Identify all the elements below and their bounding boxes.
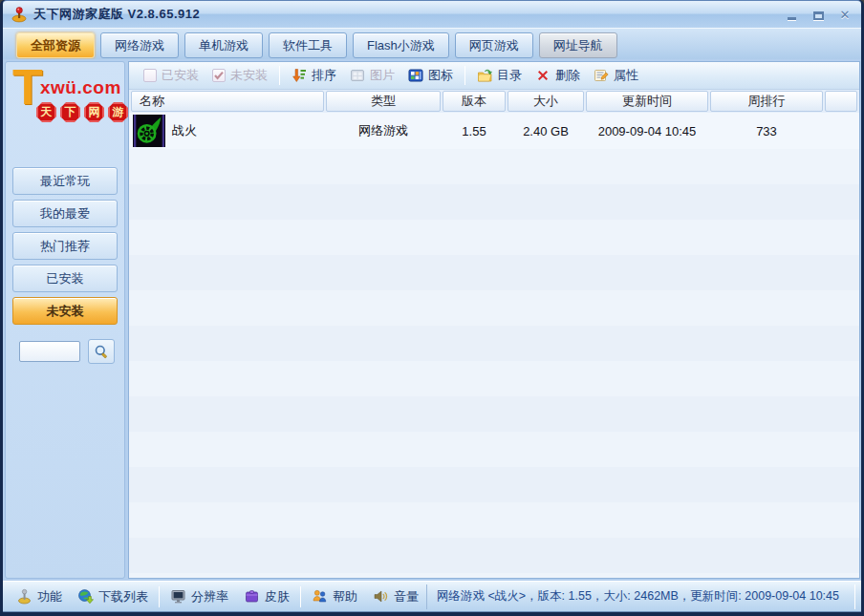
directory-icon	[477, 68, 492, 83]
resolution-icon	[170, 588, 186, 605]
tab-web-games[interactable]: 网页游戏	[455, 32, 533, 58]
search-icon	[94, 344, 109, 359]
icon-view-label: 图标	[428, 67, 453, 84]
help-label: 帮助	[333, 588, 357, 605]
functions-button[interactable]: 功能	[9, 584, 70, 609]
badge-you: 游	[108, 102, 128, 122]
search-button[interactable]	[88, 339, 115, 364]
help-button[interactable]: 帮助	[304, 584, 365, 609]
tab-flash-games[interactable]: Flash小游戏	[353, 32, 449, 58]
game-size: 2.40 GB	[508, 124, 584, 138]
directory-button[interactable]: 目录	[470, 64, 529, 87]
resolution-label: 分辨率	[191, 588, 228, 605]
skin-button[interactable]: 皮肤	[236, 584, 297, 609]
checkbox-not-installed-icon	[212, 69, 226, 82]
column-header-weekly-rank[interactable]: 周排行	[710, 91, 823, 112]
status-bar: 功能 下载列表 分辨率	[3, 581, 861, 612]
skin-label: 皮肤	[265, 588, 290, 605]
picture-view-button[interactable]: 图片	[343, 64, 401, 87]
filter-installed-label: 已安装	[162, 67, 199, 84]
functions-label: 功能	[37, 588, 62, 605]
statusbar-separator	[300, 586, 301, 607]
status-message: 网络游戏 <战火>，版本: 1.55，大小: 2462MB，更新时间: 2009…	[426, 584, 855, 609]
download-list-label: 下载列表	[98, 588, 148, 605]
game-updated: 2009-09-04 10:45	[586, 124, 708, 138]
column-header-type[interactable]: 类型	[326, 91, 441, 112]
column-header-size[interactable]: 大小	[508, 91, 584, 112]
search-input[interactable]	[19, 341, 80, 362]
help-icon	[312, 588, 328, 605]
main-body: T xwü.com 天 下 网 游 最近常玩 我的最爱 热门推荐 已安装 未安装	[3, 59, 861, 581]
category-tabbar: 全部资源 网络游戏 单机游戏 软件工具 Flash小游戏 网页游戏 网址导航	[3, 28, 861, 59]
checkbox-installed-icon	[143, 69, 157, 82]
skin-icon	[244, 588, 260, 605]
picture-view-icon	[350, 68, 365, 83]
icon-view-button[interactable]: 图标	[401, 64, 460, 87]
logo-domain-text: xwü.com	[40, 77, 121, 98]
tab-url-navigation[interactable]: 网址导航	[539, 32, 617, 58]
badge-tian: 天	[36, 102, 56, 122]
close-button[interactable]: ✕	[838, 9, 852, 21]
brand-logo: T xwü.com 天 下 网 游	[6, 62, 124, 154]
tab-standalone-games[interactable]: 单机游戏	[184, 32, 263, 58]
game-type: 网络游戏	[326, 122, 441, 139]
sidebar-search	[6, 339, 124, 364]
logo-badges: 天 下 网 游	[36, 102, 128, 122]
tab-all-resources[interactable]: 全部资源	[16, 32, 95, 58]
sort-label: 排序	[312, 67, 336, 84]
list-empty-area[interactable]	[129, 149, 859, 578]
column-header-name[interactable]: 名称	[131, 91, 324, 112]
sidebar-item-my-favorites[interactable]: 我的最爱	[12, 200, 118, 227]
toolbar: 已安装 未安装 排序	[129, 62, 859, 90]
game-weekly-rank: 733	[710, 124, 823, 138]
delete-button[interactable]: 删除	[529, 64, 587, 87]
filter-installed[interactable]: 已安装	[137, 64, 205, 87]
properties-icon	[594, 68, 609, 83]
toolbar-separator	[279, 66, 280, 85]
sidebar-nav: 最近常玩 我的最爱 热门推荐 已安装 未安装	[6, 167, 124, 325]
sidebar-item-not-installed[interactable]: 未安装	[12, 297, 118, 325]
sort-button[interactable]: 排序	[285, 64, 343, 87]
filter-not-installed[interactable]: 未安装	[205, 64, 274, 87]
download-list-button[interactable]: 下载列表	[70, 584, 156, 609]
app-window: 天下网游家庭版 V2.8.65.912 ✕ 全部资源 网络游戏 单机游戏 软件工…	[0, 0, 864, 616]
sidebar-item-recently-played[interactable]: 最近常玩	[12, 167, 118, 195]
window-title: 天下网游家庭版 V2.8.65.912	[33, 6, 200, 23]
table-header: 名称 类型 版本 大小 更新时间 周排行	[129, 90, 859, 113]
statusbar-separator	[159, 586, 160, 607]
content-panel: 已安装 未安装 排序	[128, 61, 860, 579]
filter-not-installed-label: 未安装	[230, 67, 268, 84]
column-header-updated[interactable]: 更新时间	[586, 91, 708, 112]
sidebar-item-hot-recommend[interactable]: 热门推荐	[12, 232, 118, 260]
delete-icon	[535, 68, 551, 83]
resolution-button[interactable]: 分辨率	[162, 584, 236, 609]
table-row[interactable]: 战火 网络游戏 1.55 2.40 GB 2009-09-04 10:45 73…	[129, 113, 859, 149]
badge-xia: 下	[60, 102, 80, 122]
sort-icon	[292, 68, 307, 83]
volume-label: 音量	[394, 588, 419, 605]
volume-icon	[373, 588, 389, 605]
directory-label: 目录	[497, 67, 522, 84]
properties-label: 属性	[614, 67, 638, 84]
picture-view-label: 图片	[370, 67, 395, 84]
tab-software-tools[interactable]: 软件工具	[269, 32, 347, 58]
download-list-icon	[77, 588, 94, 605]
icon-view-icon	[408, 68, 423, 83]
badge-wang: 网	[84, 102, 104, 122]
tab-online-games[interactable]: 网络游戏	[100, 32, 179, 58]
maximize-button[interactable]	[811, 10, 825, 20]
title-bar: 天下网游家庭版 V2.8.65.912 ✕	[3, 0, 861, 28]
minimize-button[interactable]	[785, 9, 798, 20]
volume-button[interactable]: 音量	[365, 584, 426, 609]
properties-button[interactable]: 属性	[587, 64, 645, 87]
column-header-filler	[825, 91, 857, 112]
column-header-version[interactable]: 版本	[443, 91, 506, 112]
app-logo-icon	[11, 6, 28, 23]
delete-label: 删除	[555, 67, 580, 84]
functions-icon	[16, 588, 32, 605]
sidebar-item-installed[interactable]: 已安装	[12, 265, 118, 292]
game-version: 1.55	[443, 124, 506, 138]
toolbar-separator	[464, 66, 465, 85]
sidebar: T xwü.com 天 下 网 游 最近常玩 我的最爱 热门推荐 已安装 未安装	[5, 61, 125, 579]
game-icon-zhanhuo	[133, 115, 165, 147]
